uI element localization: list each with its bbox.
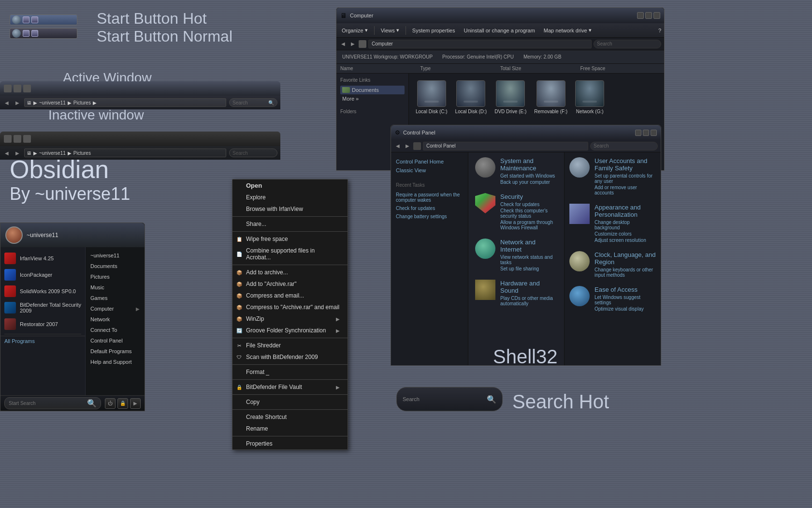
active-forward-btn[interactable]: ▶ (14, 99, 21, 106)
drive-f[interactable]: Removable (F:) (531, 77, 570, 117)
hardware-title[interactable]: Hardware and Sound (500, 280, 557, 294)
uninstall-btn[interactable]: Uninstall or change a program (461, 27, 537, 34)
comp-close[interactable] (653, 12, 660, 19)
ctx-bdscan[interactable]: 🛡 Scan with BitDefender 2009 (232, 351, 348, 363)
ctx-winzip[interactable]: 📦 WinZip ▶ (232, 313, 348, 325)
organize-btn[interactable]: Organize ▾ (339, 26, 370, 34)
active-minimize[interactable] (4, 85, 12, 92)
appear-link-2[interactable]: Customize colors (594, 231, 656, 237)
right-item-user[interactable]: ~universe11 (86, 250, 145, 261)
users-link-2[interactable]: Add or remove user accounts (594, 184, 656, 196)
ctx-rename[interactable]: Rename (232, 423, 348, 434)
cp-forward[interactable]: ▶ (404, 142, 411, 150)
ctx-groove[interactable]: 🔄 Groove Folder Synchronization ▶ (232, 325, 348, 336)
ctx-open[interactable]: Open (232, 179, 348, 192)
sys-props-btn[interactable]: System properties (410, 27, 458, 34)
start-item-iconpack[interactable]: IconPackager (0, 267, 85, 283)
ctx-wipe[interactable]: 📋 Wipe free space (232, 233, 348, 245)
recent-task-3[interactable]: Change battery settings (396, 212, 463, 221)
ctx-format[interactable]: Format _ (232, 366, 348, 378)
clock-title[interactable]: Clock, Language, and Region (594, 251, 656, 266)
start-button-hot[interactable] (10, 15, 77, 25)
active-breadcrumb[interactable]: 🖥 ▶ ~universe11 ▶ Pictures ▶ (24, 98, 226, 107)
appear-link-3[interactable]: Adjust screen resolution (594, 237, 656, 243)
ctx-add-rar[interactable]: 📦 Add to "Archive.rar" (232, 278, 348, 290)
right-item-pics[interactable]: Pictures (86, 271, 145, 282)
comp-maximize[interactable] (645, 12, 652, 19)
inactive-close[interactable] (23, 135, 31, 143)
ctx-explore[interactable]: Explore (232, 192, 348, 203)
start-item-restorator[interactable]: Restorator 2007 (0, 316, 85, 332)
map-drive-btn[interactable]: Map network drive ▾ (541, 26, 594, 34)
users-link-1[interactable]: Set up parental controls for any user (594, 173, 656, 184)
security-link-2[interactable]: Check this computer's security status (500, 208, 557, 219)
start-button-normal[interactable] (10, 28, 77, 39)
start-search-input[interactable] (9, 401, 87, 406)
right-item-cp[interactable]: Control Panel (86, 335, 145, 346)
right-item-games[interactable]: Games (86, 293, 145, 303)
inactive-maximize[interactable] (14, 135, 21, 143)
inactive-minimize[interactable] (4, 135, 12, 143)
cp-home-link[interactable]: Control Panel Home (396, 157, 463, 166)
system-link-2[interactable]: Back up your computer (500, 179, 557, 185)
right-item-docs[interactable]: Documents (86, 261, 145, 271)
appear-title[interactable]: Appearance and Personalization (594, 204, 656, 218)
drive-g[interactable]: Network (G:) (572, 77, 607, 117)
ctx-irfanview[interactable]: Browse with IrfanView (232, 203, 348, 215)
appear-link-1[interactable]: Change desktop background (594, 219, 656, 231)
ctx-add-archive[interactable]: 📦 Add to archive... (232, 267, 348, 278)
network-link-1[interactable]: View network status and tasks (500, 254, 557, 266)
start-item-solidworks[interactable]: SolidWorks 2009 SP0.0 (0, 283, 85, 299)
hardware-link-1[interactable]: Play CDs or other media automatically (500, 295, 557, 307)
drive-e[interactable]: DVD Drive (E:) (492, 77, 529, 117)
recent-task-1[interactable]: Require a password when the computer wak… (396, 191, 463, 204)
arrow-btn[interactable]: ▶ (130, 398, 141, 409)
clock-link-1[interactable]: Change keyboards or other input methods (594, 267, 656, 278)
ctx-properties[interactable]: Properties (232, 438, 348, 449)
power-btn[interactable]: ⏻ (105, 398, 116, 409)
documents-sidebar-item[interactable]: Documents (340, 86, 405, 94)
right-item-defaults[interactable]: Default Programs (86, 346, 145, 357)
comp-search[interactable]: Search (594, 40, 661, 48)
security-link-1[interactable]: Check for updates (500, 201, 557, 208)
cp-search[interactable]: Search (590, 142, 658, 150)
security-link-3[interactable]: Allow a program through Windows Firewall (500, 219, 557, 231)
ease-link-1[interactable]: Let Windows suggest settings (594, 294, 656, 306)
cp-nav-breadcrumb[interactable]: Control Panel (423, 142, 588, 150)
recent-task-2[interactable]: Check for updates (396, 204, 463, 212)
start-item-irfanview[interactable]: IrfanView 4.25 (0, 250, 85, 267)
cp-classic-link[interactable]: Classic View (396, 166, 463, 175)
right-item-connect[interactable]: Connect To (86, 325, 145, 335)
ctx-compress-rar-email[interactable]: 📦 Compress to "Archive.rar" and email (232, 301, 348, 313)
security-title[interactable]: Security (500, 193, 557, 200)
start-search-bar[interactable]: 🔍 (4, 397, 101, 409)
system-title[interactable]: System and Maintenance (500, 157, 557, 172)
right-item-help[interactable]: Help and Support (86, 357, 145, 367)
network-title[interactable]: Network and Internet (500, 239, 557, 253)
ctx-compress-email[interactable]: 📦 Compress and email... (232, 290, 348, 301)
cp-close[interactable] (651, 130, 657, 136)
help-btn[interactable]: ? (658, 28, 661, 33)
ease-link-2[interactable]: Optimize visual display (594, 306, 656, 312)
ctx-copy[interactable]: Copy (232, 396, 348, 408)
ctx-acrobat[interactable]: 📄 Combine supported files in Acrobat... (232, 245, 348, 263)
ctx-shredder[interactable]: ✂ File Shredder (232, 340, 348, 351)
right-item-network[interactable]: Network (86, 314, 145, 325)
cp-minimize[interactable] (635, 130, 641, 136)
right-item-computer[interactable]: Computer ▶ (86, 303, 145, 314)
drive-c[interactable]: Local Disk (C:) (413, 77, 450, 117)
system-link-1[interactable]: Get started with Windows (500, 173, 557, 179)
drive-d[interactable]: Local Disk (D:) (452, 77, 490, 117)
cp-maximize[interactable] (643, 130, 649, 136)
ctx-share[interactable]: Share... (232, 218, 348, 230)
active-maximize[interactable] (14, 85, 21, 92)
active-close[interactable] (23, 85, 31, 92)
lock-btn[interactable]: 🔒 (117, 398, 128, 409)
views-btn[interactable]: Views ▾ (378, 26, 402, 34)
ease-title[interactable]: Ease of Access (594, 286, 656, 293)
users-title[interactable]: User Accounts and Family Safety (594, 157, 656, 172)
comp-back[interactable]: ◀ (339, 40, 347, 48)
right-item-music[interactable]: Music (86, 282, 145, 293)
all-programs-btn[interactable]: All Programs (0, 336, 85, 346)
start-item-bitdefender[interactable]: BitDefender Total Security 2009 (0, 299, 85, 316)
